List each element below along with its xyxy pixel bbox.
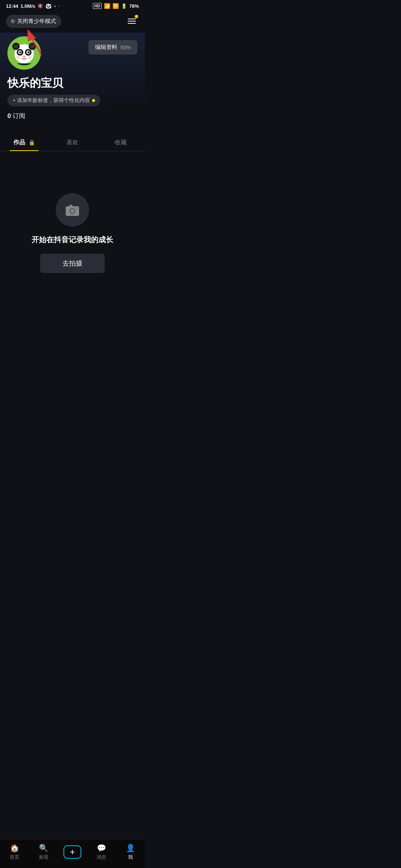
youth-mode-label: 关闭青少年模式: [17, 18, 56, 25]
youth-mode-icon: ⎋: [11, 18, 15, 24]
time: 12:44: [6, 3, 18, 9]
tab-works-label: 作品: [13, 139, 25, 145]
svg-point-21: [71, 209, 74, 213]
hd-badge: HD: [93, 3, 102, 9]
edit-profile-button[interactable]: 编辑资料 50%: [88, 40, 137, 55]
shoot-label: 去拍摄: [62, 260, 82, 267]
top-nav: ⎋ 关闭青少年模式: [0, 11, 145, 33]
battery-percent: 76%: [129, 3, 139, 9]
svg-rect-22: [69, 205, 72, 207]
camera-icon: [64, 202, 81, 218]
speed: 1.0M/s: [20, 3, 35, 9]
battery-icon: 🔋: [121, 3, 127, 9]
profile-background: 编辑资料 50% 快乐的宝贝 + 添加年龄标签，获得个性化内容 0 订阅 作品 …: [0, 33, 145, 159]
youth-mode-button[interactable]: ⎋ 关闭青少年模式: [6, 15, 61, 28]
tabs-bar: 作品 🔒 喜欢 收藏: [0, 134, 145, 151]
status-bar: 12:44 1.0M/s 🔇 🐼 ● · HD 📶 🛜 🔋 76%: [0, 0, 145, 11]
svg-point-17: [16, 56, 20, 59]
subscription-count: 0: [7, 112, 11, 119]
hamburger-icon: [128, 19, 136, 24]
subscription-text: 订阅: [13, 112, 25, 119]
subscriptions: 0 订阅: [7, 112, 137, 120]
status-left: 12:44 1.0M/s 🔇 🐼 ● ·: [6, 3, 59, 9]
tab-likes[interactable]: 喜欢: [48, 134, 97, 151]
menu-button[interactable]: [125, 14, 139, 28]
svg-point-12: [19, 51, 22, 53]
empty-title: 开始在抖音记录我的成长: [32, 235, 113, 245]
shoot-button[interactable]: 去拍摄: [40, 254, 105, 273]
avatar[interactable]: [7, 36, 41, 70]
svg-point-18: [28, 56, 32, 59]
age-tag-button[interactable]: + 添加年龄标签，获得个性化内容: [7, 95, 100, 106]
app-icon: 🐼: [45, 3, 52, 9]
svg-point-13: [27, 51, 30, 53]
signal-icon: 🔇: [38, 3, 43, 9]
svg-point-23: [76, 207, 78, 209]
camera-circle: [56, 193, 89, 227]
tab-works[interactable]: 作品 🔒: [0, 134, 48, 151]
dot-icon: ●: [54, 4, 56, 8]
dot2-icon: ·: [58, 4, 59, 8]
tab-favorites-label: 收藏: [115, 139, 127, 145]
tab-favorites[interactable]: 收藏: [97, 134, 145, 151]
wifi-icon: 🛜: [113, 3, 119, 9]
username: 快乐的宝贝: [7, 76, 137, 91]
status-right: HD 📶 🛜 🔋 76%: [93, 3, 139, 9]
svg-point-7: [30, 44, 35, 49]
svg-point-5: [14, 44, 18, 49]
menu-notification-dot: [135, 15, 138, 18]
svg-point-16: [23, 56, 26, 58]
age-tag-dot: [92, 99, 95, 102]
tab-likes-label: 喜欢: [66, 139, 78, 145]
profile-section: 编辑资料 50% 快乐的宝贝 + 添加年龄标签，获得个性化内容 0 订阅: [0, 33, 145, 134]
signal-bars-icon: 📶: [104, 3, 110, 9]
lock-icon: 🔒: [29, 139, 35, 145]
content-area: 开始在抖音记录我的成长 去拍摄: [0, 159, 145, 300]
edit-profile-label: 编辑资料: [95, 44, 117, 51]
edit-profile-percent: 50%: [120, 45, 131, 50]
svg-point-15: [29, 52, 29, 52]
svg-point-14: [20, 52, 21, 52]
profile-top: 编辑资料 50%: [7, 36, 137, 70]
age-tag-label: + 添加年龄标签，获得个性化内容: [13, 97, 90, 104]
